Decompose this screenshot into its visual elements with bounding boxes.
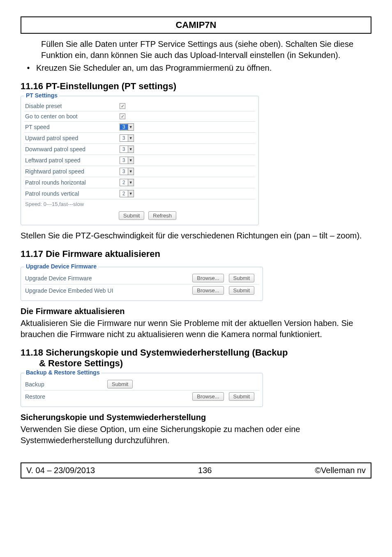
chevron-down-icon: ▼ (128, 157, 134, 164)
label-upgrade-firmware: Upgrade Device Firmware (25, 275, 161, 282)
chevron-down-icon: ▼ (128, 179, 134, 186)
select-down-speed[interactable]: 3 ▼ (120, 146, 134, 153)
select-right-speed-value: 3 (120, 169, 128, 174)
select-up-speed-value: 3 (120, 135, 128, 141)
select-rounds-v-value: 2 (120, 191, 128, 196)
select-pt-speed[interactable]: 3 ▼ (120, 123, 134, 131)
chevron-down-icon: ▼ (128, 135, 134, 141)
select-up-speed[interactable]: 3 ▼ (120, 134, 134, 142)
row-up-speed: Upward patrol speed 3 ▼ (24, 133, 255, 144)
heading-11-18-line1: 11.18 Sicherungskopie und Systemwiederhe… (21, 347, 288, 358)
pt-settings-legend: PT Settings (24, 92, 59, 99)
footer-copyright: ©Velleman nv (315, 466, 366, 475)
intro-bullet: • Kreuzen Sie Scheduler an, um das Progr… (21, 62, 371, 74)
label-backup: Backup (25, 381, 107, 388)
subheading-backup: Sicherungskopie und Systemwiederherstell… (21, 413, 371, 422)
chevron-down-icon: ▼ (128, 124, 134, 130)
submit-firmware-button[interactable]: Submit (229, 274, 254, 282)
row-backup: Backup Submit (24, 378, 259, 391)
row-upgrade-firmware: Upgrade Device Firmware Browse... Submit (24, 272, 259, 284)
pt-settings-fieldset: PT Settings Disable preset ✓ Go to cente… (21, 96, 259, 225)
select-down-speed-value: 3 (120, 146, 128, 152)
checkbox-disable-preset[interactable]: ✓ (120, 103, 125, 109)
label-restore: Restore (25, 393, 107, 400)
row-pt-speed: PT speed 3 ▼ (24, 122, 255, 133)
select-rounds-v[interactable]: 2 ▼ (120, 190, 134, 197)
header-title: CAMIP7N (175, 20, 216, 30)
row-go-center: Go to center on boot ✓ (24, 111, 255, 122)
page-footer: V. 04 – 23/09/2013 136 ©Velleman nv (21, 462, 371, 478)
select-right-speed[interactable]: 3 ▼ (120, 168, 134, 175)
backup-fieldset: Backup & Restore Settings Backup Submit … (21, 373, 263, 407)
intro-paragraph: Füllen Sie alle Daten unter FTP Service … (41, 39, 371, 61)
speed-note: Speed: 0---15,fast---slow (24, 199, 255, 209)
heading-11-17: 11.17 Die Firmware aktualisieren (21, 249, 371, 259)
label-rounds-v: Patrol rounds vertical (25, 190, 120, 197)
firmware-fieldset: Upgrade Device Firmware Upgrade Device F… (21, 267, 263, 301)
label-disable-preset: Disable preset (25, 103, 120, 109)
browse-webui-button[interactable]: Browse... (192, 286, 224, 295)
submit-webui-button[interactable]: Submit (229, 286, 254, 295)
restore-browse-button[interactable]: Browse... (192, 392, 224, 401)
row-upgrade-webui: Upgrade Device Embeded Web UI Browse... … (24, 284, 259, 296)
checkbox-go-center[interactable]: ✓ (120, 113, 125, 119)
page-header: CAMIP7N (21, 16, 371, 34)
subheading-firmware: Die Firmware aktualisieren (21, 307, 371, 316)
restore-submit-button[interactable]: Submit (229, 392, 254, 401)
row-left-speed: Leftward patrol speed 3 ▼ (24, 155, 255, 166)
bullet-icon: • (21, 62, 36, 74)
select-left-speed-value: 3 (120, 157, 128, 163)
row-down-speed: Downward patrol speed 3 ▼ (24, 144, 255, 155)
bullet-text: Kreuzen Sie Scheduler an, um das Program… (36, 62, 371, 74)
select-rounds-h-value: 2 (120, 180, 128, 185)
backup-submit-button[interactable]: Submit (107, 380, 133, 388)
label-right-speed: Rightward patrol speed (25, 168, 120, 175)
label-up-speed: Upward patrol speed (25, 135, 120, 141)
label-rounds-h: Patrol rounds horizontal (25, 179, 120, 186)
heading-11-18-line2: & Restore Settings) (39, 358, 123, 368)
chevron-down-icon: ▼ (128, 168, 134, 175)
para-firmware: Aktualisieren Sie die Firmware nur wenn … (21, 318, 371, 340)
footer-page-number: 136 (198, 466, 212, 475)
firmware-legend: Upgrade Device Firmware (24, 263, 98, 270)
select-rounds-h[interactable]: 2 ▼ (120, 179, 134, 186)
browse-firmware-button[interactable]: Browse... (192, 274, 224, 282)
row-right-speed: Rightward patrol speed 3 ▼ (24, 166, 255, 177)
row-restore: Restore Browse... Submit (24, 391, 259, 402)
backup-legend: Backup & Restore Settings (24, 369, 101, 376)
label-down-speed: Downward patrol speed (25, 146, 120, 153)
para-after-pt: Stellen Sie die PTZ-Geschwindigkeit für … (21, 230, 371, 241)
chevron-down-icon: ▼ (128, 190, 134, 197)
para-backup: Verwenden Sie diese Option, um eine Sich… (21, 424, 371, 446)
label-left-speed: Leftward patrol speed (25, 157, 120, 164)
footer-version: V. 04 – 23/09/2013 (26, 466, 95, 475)
select-pt-speed-value: 3 (120, 124, 128, 130)
row-rounds-h: Patrol rounds horizontal 2 ▼ (24, 177, 255, 188)
label-upgrade-webui: Upgrade Device Embeded Web UI (25, 287, 161, 294)
label-pt-speed: PT speed (25, 124, 120, 130)
pt-submit-button[interactable]: Submit (119, 211, 144, 220)
row-rounds-v: Patrol rounds vertical 2 ▼ (24, 188, 255, 199)
pt-refresh-button[interactable]: Refresh (148, 211, 176, 220)
row-disable-preset: Disable preset ✓ (24, 101, 255, 111)
heading-11-18: 11.18 Sicherungskopie und Systemwiederhe… (21, 347, 371, 369)
chevron-down-icon: ▼ (128, 146, 134, 153)
select-left-speed[interactable]: 3 ▼ (120, 157, 134, 164)
label-go-center: Go to center on boot (25, 113, 120, 120)
heading-11-16: 11.16 PT-Einstellungen (PT settings) (21, 81, 371, 92)
